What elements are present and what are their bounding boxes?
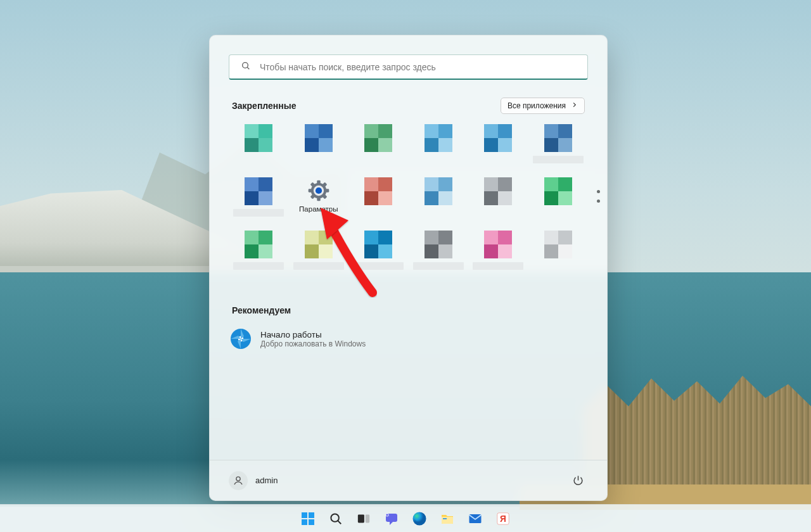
pinned-tile[interactable] <box>289 229 349 276</box>
svg-rect-19 <box>309 519 314 525</box>
svg-rect-28 <box>442 517 453 524</box>
tile-label-placeholder <box>533 156 584 163</box>
svg-rect-3 <box>317 180 320 185</box>
tile-label-placeholder <box>233 209 284 217</box>
user-account-button[interactable]: admin <box>229 471 278 490</box>
svg-rect-9 <box>308 189 312 192</box>
all-apps-button[interactable]: Все приложения <box>501 98 585 114</box>
app-icon <box>364 177 392 205</box>
pinned-tile[interactable] <box>348 123 409 170</box>
app-icon <box>245 177 272 205</box>
tile-label-placeholder <box>473 262 523 270</box>
pinned-tile[interactable] <box>289 123 349 170</box>
svg-line-1 <box>247 67 249 69</box>
pinned-tile[interactable] <box>528 176 589 223</box>
taskbar-explorer-button[interactable] <box>435 507 459 531</box>
page-dot[interactable] <box>597 200 600 203</box>
pinned-tile[interactable] <box>348 176 409 223</box>
pinned-tile[interactable] <box>409 229 469 276</box>
taskbar: Я <box>0 504 811 532</box>
user-avatar-icon <box>229 471 248 490</box>
pinned-tile[interactable] <box>468 123 528 170</box>
app-icon <box>484 177 512 205</box>
taskbar-start-button[interactable] <box>296 507 320 531</box>
app-icon <box>364 124 392 152</box>
pinned-tile[interactable] <box>468 176 528 223</box>
chevron-right-icon <box>571 101 578 110</box>
app-icon <box>425 177 452 205</box>
taskbar-taskview-button[interactable] <box>352 507 376 531</box>
app-icon <box>484 124 512 152</box>
pinned-tile-settings[interactable]: Параметры <box>289 176 349 223</box>
start-menu-footer: admin <box>210 460 607 500</box>
pinned-tile[interactable] <box>528 229 589 276</box>
tile-label-placeholder <box>413 262 464 270</box>
svg-point-15 <box>236 476 240 480</box>
svg-line-21 <box>338 521 341 524</box>
taskbar-yandex-button[interactable]: Я <box>491 507 515 531</box>
tile-label-placeholder <box>293 262 344 270</box>
tile-label-placeholder <box>353 262 404 270</box>
svg-rect-17 <box>309 512 314 518</box>
pinned-tile[interactable] <box>528 123 589 170</box>
tile-label-placeholder <box>233 262 284 270</box>
svg-rect-29 <box>443 518 447 519</box>
svg-rect-7 <box>317 197 320 201</box>
username-label: admin <box>255 476 278 485</box>
pinned-tile[interactable] <box>468 229 528 276</box>
svg-point-0 <box>243 62 248 68</box>
svg-rect-22 <box>358 514 364 522</box>
recommended-item-welcome[interactable]: Начало работы Добро пожаловать в Windows <box>229 324 588 353</box>
svg-text:Я: Я <box>500 514 506 523</box>
pinned-grid: Параметры <box>229 123 588 276</box>
svg-point-12 <box>316 187 322 194</box>
svg-point-20 <box>331 514 338 521</box>
recommended-title: Рекомендуем <box>232 305 291 315</box>
desktop: Закрепленные Все приложения <box>0 0 811 532</box>
pinned-tile[interactable] <box>348 229 409 276</box>
recommended-text: Начало работы Добро пожаловать в Windows <box>260 330 366 348</box>
recommended-header: Рекомендуем <box>232 305 585 315</box>
pinned-tile[interactable] <box>409 123 469 170</box>
page-dot[interactable] <box>597 190 600 193</box>
svg-rect-18 <box>302 519 307 525</box>
recommended-item-subtitle: Добро пожаловать в Windows <box>260 339 366 348</box>
pinned-title: Закрепленные <box>232 101 297 111</box>
taskbar-search-button[interactable] <box>324 507 348 531</box>
start-menu: Закрепленные Все приложения <box>209 35 608 501</box>
search-input[interactable] <box>260 62 576 72</box>
app-icon <box>245 231 272 258</box>
pinned-tile[interactable] <box>229 123 289 170</box>
search-icon <box>241 61 251 73</box>
svg-rect-16 <box>302 512 307 518</box>
page-indicator[interactable] <box>597 190 600 203</box>
tile-label: Параметры <box>299 205 338 213</box>
app-icon <box>305 231 333 258</box>
app-icon <box>305 124 333 152</box>
pinned-tile[interactable] <box>229 229 289 276</box>
pinned-tile[interactable] <box>229 176 289 223</box>
pinned-header: Закрепленные Все приложения <box>232 98 585 114</box>
taskbar-mail-button[interactable] <box>463 507 487 531</box>
app-icon <box>544 177 572 205</box>
app-icon <box>484 231 512 258</box>
gear-icon <box>308 180 329 201</box>
search-box[interactable] <box>229 54 588 80</box>
svg-rect-5 <box>324 189 329 192</box>
taskbar-edge-button[interactable] <box>407 507 431 531</box>
recommended-item-title: Начало работы <box>260 330 366 339</box>
app-icon <box>245 124 272 152</box>
app-icon <box>425 124 452 152</box>
app-icon <box>544 124 572 152</box>
all-apps-label: Все приложения <box>508 101 566 110</box>
app-icon <box>544 231 572 258</box>
svg-rect-23 <box>366 514 369 522</box>
svg-rect-26 <box>386 514 388 516</box>
pinned-tile[interactable] <box>409 176 469 223</box>
app-icon <box>364 231 392 258</box>
compass-icon <box>230 328 252 350</box>
power-button[interactable] <box>568 471 588 491</box>
app-icon <box>425 231 452 258</box>
taskbar-chat-button[interactable] <box>380 507 404 531</box>
